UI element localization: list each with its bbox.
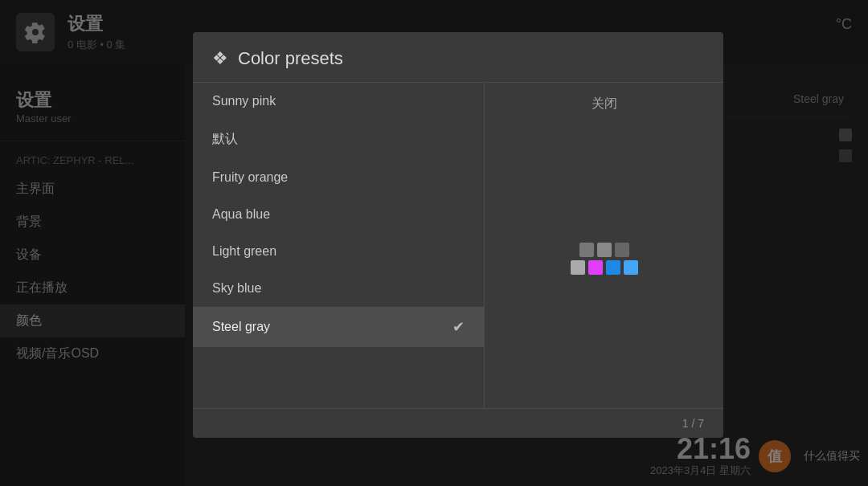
dialog-header: ❖ Color presets: [193, 32, 723, 83]
color-swatch-1: [579, 243, 594, 257]
dialog-preview: 关闭: [485, 83, 723, 408]
preset-sunny-pink[interactable]: Sunny pink: [193, 83, 484, 120]
color-swatch-6: [606, 260, 620, 275]
preset-fruity-orange[interactable]: Fruity orange: [193, 159, 484, 196]
preset-default[interactable]: 默认: [193, 120, 484, 159]
color-row-2: [571, 260, 638, 275]
color-swatch-2: [597, 243, 612, 257]
preview-label: 关闭: [497, 96, 710, 112]
color-row-1: [579, 243, 629, 257]
preset-aqua-blue[interactable]: Aqua blue: [193, 196, 484, 233]
preset-light-green[interactable]: Light green: [193, 233, 484, 270]
selected-check-icon: ✔: [452, 318, 465, 336]
preset-sky-blue[interactable]: Sky blue: [193, 270, 484, 307]
color-swatch-4: [571, 260, 585, 275]
color-swatch-7: [624, 260, 638, 275]
color-presets-dialog: ❖ Color presets Sunny pink 默认 Fruity ora…: [193, 32, 723, 438]
color-swatch-3: [615, 243, 629, 257]
pagination: 1 / 7: [682, 417, 704, 430]
dialog-body: Sunny pink 默认 Fruity orange Aqua blue Li…: [193, 83, 723, 408]
presets-list: Sunny pink 默认 Fruity orange Aqua blue Li…: [193, 83, 485, 408]
preset-steel-gray[interactable]: Steel gray ✔: [193, 307, 484, 347]
dialog-title: Color presets: [238, 48, 343, 69]
color-presets-icon: ❖: [212, 48, 228, 69]
preview-color-grid: [497, 125, 710, 395]
dialog-footer: 1 / 7: [193, 408, 723, 438]
color-swatch-5: [588, 260, 603, 275]
